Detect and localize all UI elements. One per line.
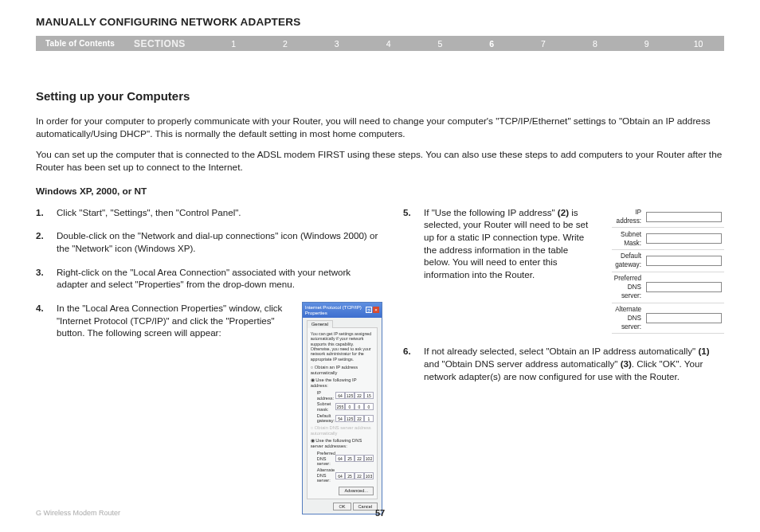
intro-paragraph-2: You can set up the computer that is conn… [36,149,724,174]
ip-address-table: IP address: Subnet Mask: Default gateway… [612,206,724,334]
step-2: 2. Double-click on the "Network and dial… [36,229,382,254]
advanced-button: Advanced... [339,487,374,495]
nav-section-9[interactable]: 9 [621,39,672,49]
step-text: Click "Start", "Settings", then "Control… [57,206,382,219]
tcpip-properties-dialog-image: Internet Protocol (TCP/IP) Properties ? … [302,302,382,515]
alt-dns-label: Alternate DNS server: [317,467,335,483]
close-icon: × [373,307,379,313]
step-number: 5. [403,206,424,334]
table-field-gateway [646,256,722,266]
step-text: If not already selected, select "Obtain … [424,345,724,382]
table-field-ip [646,212,722,222]
step-number: 3. [36,266,57,291]
step-text: If "Use the following IP address" (2) is… [424,206,596,281]
nav-toc-link[interactable]: Table of Contents [36,39,124,48]
ip-address-label: IP address: [317,390,335,401]
intro-paragraph-1: In order for your computer to properly c… [36,115,724,141]
step-1: 1. Click "Start", "Settings", then "Cont… [36,206,382,219]
table-field-alt-dns [646,313,722,323]
step-number: 6. [403,345,424,382]
table-label-alt-dns: Alternate DNS server: [612,303,644,334]
nav-sections-label: SECTIONS [124,38,208,49]
nav-section-1[interactable]: 1 [208,39,260,49]
help-icon: ? [366,307,372,313]
step-3: 3. Right-click on the "Local Area Connec… [36,266,382,291]
step-text: In the "Local Area Connection Properties… [57,302,292,339]
table-label-ip: IP address: [612,206,644,228]
page-number: 57 [375,508,385,518]
nav-section-6[interactable]: 6 [466,39,518,49]
step-6: 6. If not already selected, select "Obta… [403,345,724,382]
step-text: Double-click on the "Network and dial-up… [57,229,382,254]
subnet-mask-label: Subnet mask: [317,401,335,412]
pref-dns-label: Preferred DNS server: [317,451,335,467]
step-5: 5. If "Use the following IP address" (2)… [403,206,724,334]
nav-section-5[interactable]: 5 [414,39,466,49]
step-text: Right-click on the "Local Area Connectio… [57,266,382,291]
radio-obtain-ip-auto: ○ Obtain an IP address automatically [311,365,374,376]
nav-section-4[interactable]: 4 [362,39,414,49]
step-number: 1. [36,206,57,219]
dialog-tab-general: General [307,320,333,328]
nav-section-7[interactable]: 7 [518,39,570,49]
os-subheading: Windows XP, 2000, or NT [36,186,724,197]
page-title: MANUALLY CONFIGURING NETWORK ADAPTERS [36,16,724,28]
step-4: 4. In the "Local Area Connection Propert… [36,302,382,515]
table-field-subnet [646,233,722,244]
section-title: Setting up your Computers [36,89,724,103]
nav-section-3[interactable]: 3 [311,39,362,49]
table-label-subnet: Subnet Mask: [612,228,644,250]
table-label-gateway: Default gateway: [612,250,644,272]
nav-section-2[interactable]: 2 [259,39,311,49]
default-gateway-label: Default gateway: [317,413,335,424]
radio-use-following-dns: ◉ Use the following DNS server addresses… [311,438,374,449]
nav-section-8[interactable]: 8 [569,39,621,49]
table-field-pref-dns [646,282,722,292]
radio-obtain-dns-auto: ○ Obtain DNS server address automaticall… [311,425,374,436]
table-label-pref-dns: Preferred DNS server: [612,272,644,303]
radio-use-following-ip: ◉ Use the following IP address: [311,377,374,389]
section-nav-bar: Table of Contents SECTIONS 1 2 3 4 5 6 7… [36,36,724,51]
step-number: 4. [36,302,57,515]
step-number: 2. [36,229,57,254]
dialog-description: You can get IP settings assigned automat… [311,331,374,362]
page-footer: G Wireless Modem Router 57 [36,508,724,518]
intro-text: In order for your computer to properly c… [36,115,724,174]
nav-section-10[interactable]: 10 [672,39,724,49]
dialog-title: Internet Protocol (TCP/IP) Properties [305,304,366,316]
product-name: G Wireless Modem Router [36,509,265,517]
